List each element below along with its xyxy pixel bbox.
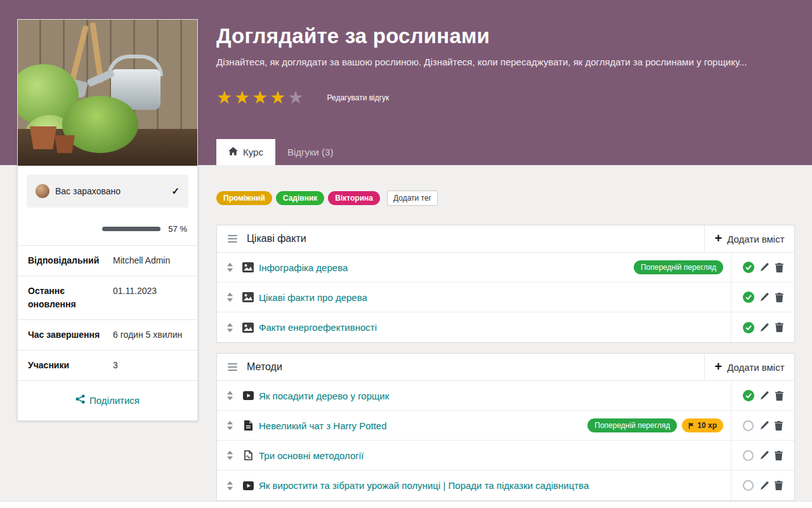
trash-icon[interactable] [775, 481, 783, 490]
tag-badge: Садівник [276, 191, 324, 205]
tab-reviews-label: Відгуки (3) [287, 147, 334, 157]
course-section-facts: Цікаві факти + Додати вміст Інфографіка … [216, 225, 795, 343]
star-icon[interactable]: ★ [287, 89, 305, 107]
row-actions [731, 411, 794, 440]
drag-handle-icon[interactable] [228, 363, 237, 371]
rating-row: ★ ★ ★ ★ ★ Редагувати відгук [216, 89, 793, 107]
section-title-area: Цікаві факти [217, 225, 704, 252]
content-link[interactable]: Три основні методології [259, 450, 363, 461]
preview-badge: Попередній перегляд [634, 260, 723, 274]
enrolled-banner: Вас зараховано ✓ [27, 175, 188, 208]
trash-icon[interactable] [775, 451, 783, 460]
image-icon [242, 292, 254, 302]
content-link[interactable]: Факти енергоефективності [259, 322, 377, 333]
sort-handle-icon[interactable] [225, 450, 234, 460]
content-link[interactable]: Невеликий чат з Harry Potted [259, 420, 387, 431]
trash-icon[interactable] [775, 263, 783, 272]
trash-icon[interactable] [775, 421, 783, 431]
add-content-label: Додати вміст [727, 234, 784, 244]
sort-handle-icon[interactable] [225, 262, 234, 272]
row-actions [731, 441, 794, 470]
star-icon[interactable]: ★ [270, 89, 287, 107]
sort-handle-icon[interactable] [225, 323, 234, 333]
sort-handle-icon[interactable] [225, 292, 234, 302]
row-badges: Попередній перегляд [634, 260, 731, 274]
image-icon [242, 323, 254, 333]
edit-icon[interactable] [760, 421, 769, 430]
course-info-fields: Відповідальний Mitchell Admin Останнє он… [18, 245, 197, 381]
info-value: 01.11.2023 [113, 284, 157, 311]
content-link[interactable]: Інфографіка дерева [259, 262, 348, 273]
completed-icon[interactable] [743, 322, 754, 333]
completed-icon[interactable] [743, 390, 754, 401]
drag-handle-icon[interactable] [228, 235, 237, 243]
add-tag-button[interactable]: Додати тег [387, 190, 438, 206]
tab-reviews[interactable]: Відгуки (3) [275, 139, 346, 165]
course-section-methods: Методи + Додати вміст Як посадити дерево… [216, 353, 795, 501]
edit-icon[interactable] [760, 391, 769, 400]
tag-badge: Вікторина [328, 191, 380, 205]
trash-icon[interactable] [775, 323, 783, 332]
sort-handle-icon[interactable] [225, 481, 234, 491]
info-row: Час завершення 6 годин 5 хвилин [18, 320, 197, 351]
content-row: Три основні методології [217, 441, 794, 471]
incomplete-icon[interactable] [743, 480, 754, 491]
content-link[interactable]: Як виростити та зібрати урожай полуниці … [259, 480, 589, 491]
edit-icon[interactable] [760, 263, 769, 272]
content-link[interactable]: Цікаві факти про дерева [259, 292, 367, 303]
row-actions [731, 283, 794, 312]
elearning-course-page: Доглядайте за рослинами Дізнайтеся, як д… [0, 0, 812, 508]
course-image [18, 20, 197, 166]
plus-icon: + [714, 232, 722, 244]
info-label: Останнє оновлення [28, 284, 113, 311]
enrolled-label: Вас зараховано [55, 186, 121, 196]
course-sidebar-card: Вас зараховано ✓ 57 % Відповідальний Mit… [17, 19, 198, 421]
edit-review-link[interactable]: Редагувати відгук [327, 93, 390, 102]
progress-label: 57 % [168, 224, 187, 234]
info-label: Відповідальний [28, 254, 113, 267]
star-icon[interactable]: ★ [252, 89, 270, 107]
trash-icon[interactable] [775, 293, 783, 302]
row-actions [731, 471, 794, 500]
image-icon [242, 262, 254, 272]
xp-badge: 10 хр [682, 418, 723, 432]
info-row: Останнє оновлення 01.11.2023 [18, 276, 197, 320]
edit-icon[interactable] [760, 293, 769, 302]
section-header: Методи + Додати вміст [217, 354, 794, 381]
content-row: Як виростити та зібрати урожай полуниці … [217, 471, 794, 500]
trash-icon[interactable] [775, 391, 783, 401]
completed-icon[interactable] [743, 262, 754, 273]
incomplete-icon[interactable] [743, 450, 754, 461]
edit-icon[interactable] [760, 451, 769, 460]
content-link[interactable]: Як посадити дерево у горщик [259, 391, 389, 401]
row-actions [731, 312, 794, 342]
add-content-button[interactable]: + Додати вміст [704, 225, 794, 252]
course-header-main: Доглядайте за рослинами Дізнайтеся, як д… [216, 0, 793, 165]
info-row: Відповідальний Mitchell Admin [18, 246, 197, 276]
tag-badge: Проміжний [216, 191, 272, 205]
pdf-file-icon [242, 450, 254, 460]
sort-handle-icon[interactable] [225, 420, 234, 431]
edit-icon[interactable] [760, 481, 769, 490]
add-content-button[interactable]: + Додати вміст [704, 354, 794, 380]
document-icon [242, 420, 254, 431]
incomplete-icon[interactable] [743, 420, 754, 431]
plus-icon: + [714, 360, 722, 373]
edit-icon[interactable] [760, 323, 769, 332]
content-row: Як посадити дерево у горщик [217, 381, 794, 411]
xp-badge-label: 10 хр [697, 421, 717, 430]
completed-icon[interactable] [743, 291, 754, 303]
flag-icon [688, 422, 694, 429]
row-actions [731, 253, 794, 282]
star-icon[interactable]: ★ [216, 89, 234, 107]
share-label: Поділитися [89, 395, 140, 406]
share-button[interactable]: Поділитися [18, 381, 197, 420]
tags-row: Проміжний Садівник Вікторина Додати тег [216, 165, 795, 206]
star-icon[interactable]: ★ [234, 89, 252, 107]
info-row: Учасники 3 [18, 351, 197, 381]
check-icon: ✓ [171, 185, 180, 197]
sort-handle-icon[interactable] [225, 391, 234, 401]
section-title-area: Методи [217, 354, 704, 380]
footer-strip [0, 501, 812, 508]
tab-course[interactable]: Курс [216, 139, 275, 165]
